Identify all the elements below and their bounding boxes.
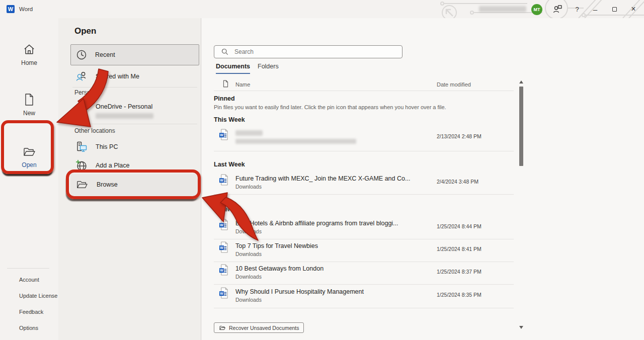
- onedrive-email-redacted: [96, 113, 153, 119]
- sidebar-item-label: New: [23, 110, 35, 117]
- onedrive-cloud-icon: [75, 105, 88, 114]
- file-location: Downloads: [235, 251, 262, 257]
- file-name: Best Hotels & Airbnb affiliate programs …: [235, 220, 398, 227]
- nav-item-browse[interactable]: Browse: [70, 174, 199, 195]
- search-input[interactable]: [234, 48, 385, 55]
- file-date: 2/4/2024 3:48 PM: [437, 179, 478, 185]
- file-location: Downloads: [235, 274, 262, 280]
- search-box[interactable]: [214, 45, 403, 58]
- column-header-date-modified[interactable]: Date modified: [437, 81, 471, 88]
- minimize-button[interactable]: –: [587, 0, 604, 18]
- app-title: Word: [19, 6, 33, 12]
- new-document-icon: [23, 93, 35, 106]
- file-location: Downloads: [235, 297, 262, 303]
- svg-text:W: W: [220, 133, 223, 137]
- divider: [214, 91, 514, 91]
- help-button[interactable]: ?: [569, 0, 586, 18]
- sidebar-item-label: Open: [22, 161, 36, 168]
- file-name: 10 Best Getaways from London: [235, 265, 324, 272]
- nav-item-this-pc[interactable]: This PC: [70, 136, 199, 157]
- scroll-down-arrow-icon[interactable]: [519, 326, 523, 329]
- divider: [214, 194, 514, 195]
- divider: [214, 262, 514, 262]
- file-location: Downloads: [235, 228, 262, 234]
- recover-unsaved-documents-button[interactable]: Recover Unsaved Documents: [214, 322, 304, 333]
- section-older: Older: [214, 206, 230, 213]
- word-file-icon: W: [219, 241, 228, 253]
- tab-folders[interactable]: Folders: [258, 63, 279, 73]
- page-title: Open: [74, 26, 96, 36]
- svg-text:W: W: [220, 269, 223, 272]
- scroll-up-arrow-icon[interactable]: [519, 80, 523, 83]
- file-row[interactable]: W Top 7 Tips for Travel Newbies Download…: [214, 240, 514, 263]
- nav-item-label: Recent: [95, 51, 115, 58]
- scrollbar-thumb[interactable]: [519, 87, 523, 166]
- open-file-list-panel: Documents Folders Name Date modified Pin…: [202, 18, 644, 340]
- file-name: Top 7 Tips for Travel Newbies: [235, 242, 318, 249]
- sidebar-item-options[interactable]: Options: [19, 325, 38, 331]
- file-row-redacted[interactable]: W 2/13/2024 2:48 PM: [214, 128, 514, 150]
- file-row[interactable]: W Why Should I Pursue Hospitality Manage…: [214, 286, 514, 308]
- divider: [72, 87, 197, 88]
- section-label-personal: Personal: [74, 89, 98, 96]
- file-row[interactable]: W Best Hotels & Airbnb affiliate program…: [214, 218, 514, 240]
- column-header-name[interactable]: Name: [235, 81, 250, 88]
- file-date: 2/13/2024 2:48 PM: [437, 133, 481, 139]
- section-label-other-locations: Other locations: [74, 127, 115, 134]
- tab-documents[interactable]: Documents: [216, 63, 250, 74]
- file-date: 1/25/2024 8:35 PM: [437, 292, 481, 298]
- file-location: Downloads: [235, 184, 262, 190]
- svg-text:W: W: [220, 246, 223, 249]
- shared-people-icon: [75, 71, 88, 82]
- nav-item-label: This PC: [96, 143, 118, 150]
- sidebar-item-feedback[interactable]: Feedback: [19, 309, 43, 315]
- maximize-button[interactable]: [606, 0, 623, 18]
- document-column-icon: [222, 80, 229, 88]
- this-pc-icon: [75, 141, 88, 153]
- nav-item-shared-with-me[interactable]: Shared with Me: [70, 66, 199, 87]
- open-folder-icon: [22, 146, 36, 158]
- sidebar-item-label: Home: [21, 59, 37, 66]
- clock-icon: [76, 49, 87, 60]
- svg-text:W: W: [220, 179, 223, 182]
- svg-text:W: W: [220, 292, 223, 295]
- sidebar-item-home[interactable]: Home: [0, 32, 58, 76]
- nav-item-recent[interactable]: Recent: [70, 44, 199, 65]
- sidebar-item-account[interactable]: Account: [19, 277, 39, 283]
- sidebar-item-update-license[interactable]: Update License: [19, 293, 57, 299]
- user-avatar[interactable]: MT: [531, 4, 542, 15]
- word-file-icon: W: [219, 174, 228, 186]
- browse-folder-icon: [75, 179, 89, 190]
- svg-text:W: W: [220, 223, 223, 227]
- file-name: Why Should I Pursue Hospitality Manageme…: [235, 288, 364, 295]
- divider: [72, 124, 197, 124]
- file-date: 1/25/2024 8:44 PM: [437, 223, 481, 229]
- pinned-note: Pin files you want to easily find later.…: [214, 104, 446, 110]
- title-bar: W Word MT ? – ×: [0, 0, 644, 18]
- section-this-week: This Week: [214, 116, 245, 123]
- section-pinned: Pinned: [214, 95, 235, 102]
- maximize-icon: [612, 7, 617, 12]
- file-row[interactable]: W 10 Best Getaways from London Downloads…: [214, 263, 514, 285]
- word-app-icon: W: [7, 5, 15, 13]
- user-name-redacted: [479, 6, 526, 12]
- file-date: 1/25/2024 8:37 PM: [437, 269, 481, 275]
- file-date: 1/25/2024 8:41 PM: [437, 246, 481, 252]
- scrollbar[interactable]: [518, 79, 524, 331]
- divider: [214, 308, 514, 308]
- word-file-icon: W: [219, 219, 228, 230]
- home-icon: [23, 43, 36, 56]
- sidebar-item-open[interactable]: Open: [0, 135, 58, 179]
- close-button[interactable]: ×: [625, 0, 642, 18]
- file-name-redacted: [235, 130, 263, 136]
- nav-item-label: Browse: [97, 181, 118, 188]
- add-place-globe-icon: [75, 159, 88, 172]
- person-icon[interactable]: [552, 4, 562, 14]
- file-name: Future Trading with MEXC_ Join the MEXC …: [235, 175, 410, 182]
- sidebar-item-new[interactable]: New: [0, 82, 58, 127]
- file-path-redacted: [235, 139, 356, 144]
- file-row[interactable]: W Future Trading with MEXC_ Join the MEX…: [214, 173, 514, 195]
- word-file-icon: W: [219, 287, 228, 299]
- recover-button-label: Recover Unsaved Documents: [229, 325, 299, 331]
- nav-item-add-a-place[interactable]: Add a Place: [70, 155, 199, 176]
